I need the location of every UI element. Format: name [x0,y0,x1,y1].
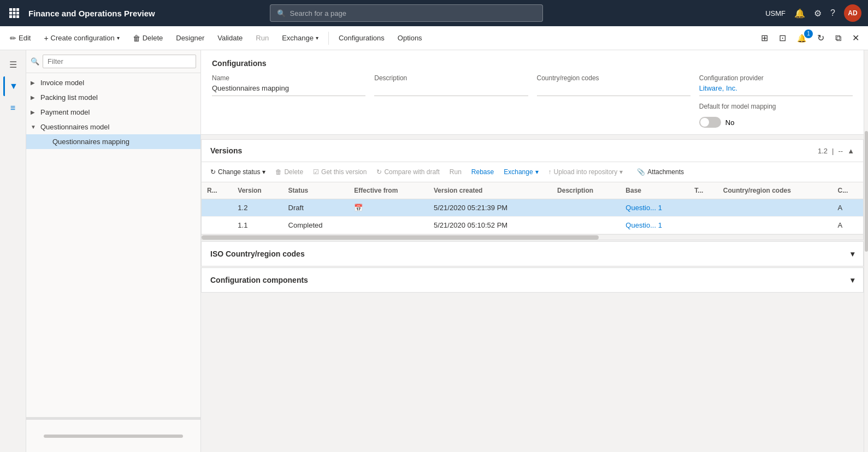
base-link[interactable]: Questio... [625,204,656,212]
run-button[interactable]: Run [250,31,274,45]
horizontal-scrollbar[interactable] [202,234,863,240]
toggle-knob [700,118,709,127]
tree-item-label: Questionnaires model [40,123,109,131]
filter-search-icon: 🔍 [31,57,39,66]
versions-title: Versions [210,146,242,155]
command-bar: ✏ Edit + Create configuration ▾ 🗑 Delete… [0,26,868,50]
calendar-icon[interactable]: 📅 [354,204,363,212]
close-button[interactable]: ✕ [848,31,864,45]
description-value [374,84,528,96]
base-num-link[interactable]: 1 [658,204,662,212]
cell-status: Draft [283,199,349,217]
col-version-created: Version created [428,182,552,199]
col-c: C... [832,182,863,199]
trash-icon: 🗑 [133,34,140,43]
table-row[interactable]: 1.2 Draft 📅 5/21/2020 05:21:39 PM Questi… [202,199,863,217]
exchange-chevron-icon: ▾ [535,168,539,176]
versions-toolbar: ↻ Change status ▾ 🗑 Delete ☑ Get this ve… [202,162,863,182]
list-view-active-icon[interactable]: ≡ [3,98,23,118]
cell-country [718,217,832,234]
chevron-down-icon: ▾ [117,35,120,41]
config-components-header[interactable]: Configuration components ▾ [202,268,863,292]
designer-button[interactable]: Designer [170,31,210,45]
compare-with-draft-button[interactable]: ↻ Compare with draft [372,165,444,179]
right-scrollbar-thumb [865,131,868,252]
versions-table-wrap: R... Version Status Effective from Versi… [202,182,863,234]
upload-chevron-icon: ▾ [619,168,623,176]
refresh-button[interactable]: ↻ [813,31,829,45]
svg-rect-2 [16,8,19,11]
delete-button[interactable]: 🗑 Delete [127,31,169,46]
col-status: Status [283,182,349,199]
tree-item-questionnaires-model[interactable]: ▼ Questionnaires model [26,120,200,134]
chevron-right-icon: ▶ [31,109,37,115]
exchange-button[interactable]: Exchange ▾ [276,31,324,45]
provider-field: Configuration provider Litware, Inc. Def… [699,74,853,128]
attachments-button[interactable]: 📎 Attachments [633,165,688,179]
change-status-chevron: ▾ [262,168,265,176]
tree-panel: 🔍 ▶ Invoice model ▶ Packing list model ▶… [26,50,201,452]
base-link[interactable]: Questio... [625,221,656,229]
default-mapping-toggle[interactable] [699,117,721,128]
versions-delete-button[interactable]: 🗑 Delete [271,165,308,179]
provider-value[interactable]: Litware, Inc. [699,84,853,96]
open-new-window-button[interactable]: ⧉ [831,31,846,45]
cell-version: 1.1 [232,217,282,234]
exchange-version-button[interactable]: Exchange ▾ [499,165,542,179]
sidebar-icons: ☰ ▼ ≡ [0,50,26,452]
table-row[interactable]: 1.1 Completed 5/21/2020 05:10:52 PM Ques… [202,217,863,234]
help-icon[interactable]: ? [830,8,835,18]
base-num-link[interactable]: 1 [658,221,662,229]
settings-icon[interactable]: ⚙ [814,8,822,19]
versions-section: Versions 1.2 | -- ▲ ↻ Change status [201,139,864,240]
create-configuration-button[interactable]: + Create configuration ▾ [38,31,125,46]
col-country: Country/region codes [718,182,832,199]
chevron-down-icon: ▼ [31,124,37,130]
checkbox-icon: ☑ [313,168,319,176]
h-scrollbar-thumb [202,235,599,240]
tree-item-questionnaires-mapping[interactable]: Questionnaires mapping [26,134,200,149]
iso-country-header[interactable]: ISO Country/region codes ▾ [202,242,863,266]
cell-base: Questio... 1 [620,199,689,217]
get-this-version-button[interactable]: ☑ Get this version [309,165,371,179]
svg-rect-3 [9,12,12,15]
tree-filter-input[interactable] [43,55,196,68]
avatar[interactable]: AD [844,4,861,22]
tree-item-invoice-model[interactable]: ▶ Invoice model [26,75,200,90]
search-icon: 🔍 [277,9,286,17]
tree-content: ▶ Invoice model ▶ Packing list model ▶ P… [26,73,200,417]
divider-1 [328,32,329,45]
tree-item-label: Questionnaires mapping [52,138,129,146]
edit-button[interactable]: ✏ Edit [4,31,36,46]
collapse-icon: ▾ [851,249,854,258]
run-version-button[interactable]: Run [445,165,466,179]
search-bar[interactable]: 🔍 [270,4,543,22]
iso-country-section: ISO Country/region codes ▾ [201,241,864,266]
versions-header: Versions 1.2 | -- ▲ [202,140,863,162]
hamburger-nav-icon[interactable]: ☰ [3,55,23,74]
collapse-icon[interactable]: ▲ [847,147,854,155]
col-base: Base [620,182,689,199]
configurations-button[interactable]: Configurations [333,31,390,45]
validate-button[interactable]: Validate [212,31,248,45]
options-button[interactable]: Options [392,31,428,45]
tree-item-packing-list[interactable]: ▶ Packing list model [26,90,200,105]
tree-item-payment-model[interactable]: ▶ Payment model [26,105,200,120]
upload-into-repo-button[interactable]: ↑ Upload into repository ▾ [544,165,628,179]
filter-icon[interactable]: ▼ [3,76,23,96]
main-content: Configurations Name Questionnaires mappi… [201,50,864,452]
personalize-button[interactable]: ⊞ [757,31,772,45]
search-input[interactable] [290,9,536,17]
waffle-icon[interactable] [7,5,22,21]
change-status-button[interactable]: ↻ Change status ▾ [206,165,270,179]
fullscreen-button[interactable]: ⊡ [775,31,790,45]
notification-icon[interactable]: 🔔 [794,8,805,19]
tree-item-label: Packing list model [40,93,98,102]
description-label: Description [374,74,528,82]
name-value: Questionnaires mapping [212,84,365,96]
right-scrollbar[interactable] [864,50,868,452]
rebase-button[interactable]: Rebase [467,165,498,179]
version-number: 1.2 [818,147,828,155]
svg-rect-4 [13,12,16,15]
top-bar-right: USMF 🔔 ⚙ ? AD [765,4,861,22]
